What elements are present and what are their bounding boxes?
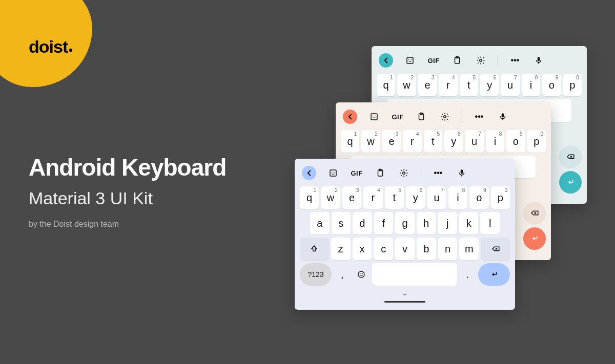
key-f[interactable]: f [374, 212, 394, 234]
svg-point-12 [444, 116, 446, 118]
clipboard-icon[interactable] [415, 110, 428, 123]
shift-key[interactable] [300, 238, 329, 260]
key-o[interactable]: o9 [506, 130, 525, 153]
period-key[interactable]: . [459, 263, 476, 286]
back-icon[interactable] [343, 110, 357, 124]
key-t[interactable]: t5 [424, 130, 442, 153]
gif-button[interactable]: GIF [427, 54, 440, 67]
key-w[interactable]: w2 [397, 74, 416, 96]
separator [462, 112, 462, 122]
svg-point-22 [360, 273, 361, 274]
svg-rect-20 [461, 169, 463, 174]
comma-key[interactable]: , [334, 263, 351, 286]
svg-point-8 [373, 116, 374, 117]
key-i[interactable]: i8 [448, 186, 467, 209]
key-row-1: q1w2e3r4t5y6u7i8o9p0 [341, 130, 546, 153]
key-q[interactable]: q1 [341, 130, 359, 153]
key-r[interactable]: r4 [439, 74, 457, 96]
key-t[interactable]: t5 [385, 186, 404, 209]
clipboard-icon[interactable] [450, 54, 464, 67]
key-w[interactable]: w2 [361, 130, 380, 153]
svg-point-19 [403, 172, 405, 175]
emoji-key[interactable] [353, 263, 370, 286]
key-b[interactable]: b [417, 238, 436, 260]
key-u[interactable]: u7 [427, 186, 446, 209]
enter-key[interactable] [559, 171, 582, 194]
toolbar: GIF ••• [300, 163, 510, 186]
brand-logo: doist [29, 37, 72, 57]
key-h[interactable]: h [417, 212, 436, 234]
svg-point-15 [332, 172, 333, 173]
sticker-icon[interactable] [403, 54, 417, 67]
mic-icon[interactable] [496, 110, 509, 123]
key-d[interactable]: d [353, 212, 372, 234]
key-e[interactable]: e3 [342, 186, 361, 209]
key-a[interactable]: a [310, 212, 330, 234]
enter-key[interactable] [478, 263, 510, 286]
gif-button[interactable]: GIF [350, 166, 363, 180]
back-icon[interactable] [302, 166, 316, 180]
key-r[interactable]: r4 [363, 186, 382, 209]
key-e[interactable]: e3 [382, 130, 401, 153]
separator [421, 168, 421, 178]
mic-icon[interactable] [455, 166, 468, 180]
key-n[interactable]: n [438, 238, 458, 260]
back-icon[interactable] [379, 53, 393, 68]
key-q[interactable]: q1 [300, 186, 319, 209]
key-g[interactable]: g [395, 212, 415, 234]
key-s[interactable]: s [332, 212, 351, 234]
svg-point-2 [411, 59, 412, 60]
space-key[interactable] [372, 263, 457, 286]
headline-subtitle: Material 3 UI Kit [29, 188, 226, 208]
key-x[interactable]: x [353, 238, 372, 260]
key-u[interactable]: u7 [501, 74, 519, 96]
more-icon[interactable]: ••• [473, 110, 486, 123]
gif-button[interactable]: GIF [391, 110, 404, 123]
enter-key[interactable] [523, 227, 546, 250]
separator [498, 55, 498, 66]
key-m[interactable]: m [459, 238, 479, 260]
key-t[interactable]: t5 [460, 74, 478, 96]
key-v[interactable]: v [395, 238, 415, 260]
key-p[interactable]: p0 [491, 186, 510, 209]
key-o[interactable]: o9 [542, 74, 561, 96]
key-y[interactable]: y6 [406, 186, 425, 209]
gear-icon[interactable] [438, 110, 452, 123]
gear-icon[interactable] [397, 166, 411, 180]
svg-point-21 [358, 271, 364, 277]
key-w[interactable]: w2 [321, 186, 340, 209]
sticker-icon[interactable] [367, 110, 381, 123]
key-i[interactable]: i8 [486, 130, 504, 153]
more-icon[interactable]: ••• [508, 54, 522, 67]
backspace-key[interactable] [481, 238, 510, 260]
key-p[interactable]: p0 [527, 130, 546, 153]
symbols-key[interactable]: ?123 [300, 263, 332, 286]
key-e[interactable]: e3 [418, 74, 437, 96]
backspace-key[interactable] [523, 202, 546, 224]
key-p[interactable]: p0 [563, 74, 582, 96]
key-o[interactable]: o9 [469, 186, 488, 209]
keyboard-stack: GIF ••• q1w2e3r4t5y6u7i8o9p0 l GIF ••• [279, 46, 587, 343]
key-l[interactable]: l [480, 212, 500, 234]
key-j[interactable]: j [438, 212, 457, 234]
key-i[interactable]: i8 [522, 74, 540, 96]
key-y[interactable]: y6 [444, 130, 463, 153]
key-k[interactable]: k [459, 212, 479, 234]
mic-icon[interactable] [532, 54, 545, 67]
key-q[interactable]: q1 [377, 74, 395, 96]
key-c[interactable]: c [374, 238, 393, 260]
sticker-icon[interactable] [326, 166, 340, 180]
key-y[interactable]: y6 [480, 74, 499, 96]
clipboard-icon[interactable] [374, 166, 387, 180]
more-icon[interactable]: ••• [432, 166, 445, 180]
nav-handle[interactable] [384, 301, 425, 303]
backspace-key[interactable] [559, 145, 582, 168]
key-z[interactable]: z [331, 238, 351, 260]
collapse-caret[interactable]: ⌄ [300, 289, 510, 297]
key-r[interactable]: r4 [403, 130, 421, 153]
key-u[interactable]: u7 [465, 130, 483, 153]
gear-icon[interactable] [474, 54, 487, 67]
svg-rect-7 [371, 114, 377, 120]
headline-block: Android Keyboard Material 3 UI Kit by th… [29, 154, 226, 229]
svg-rect-6 [538, 57, 540, 61]
